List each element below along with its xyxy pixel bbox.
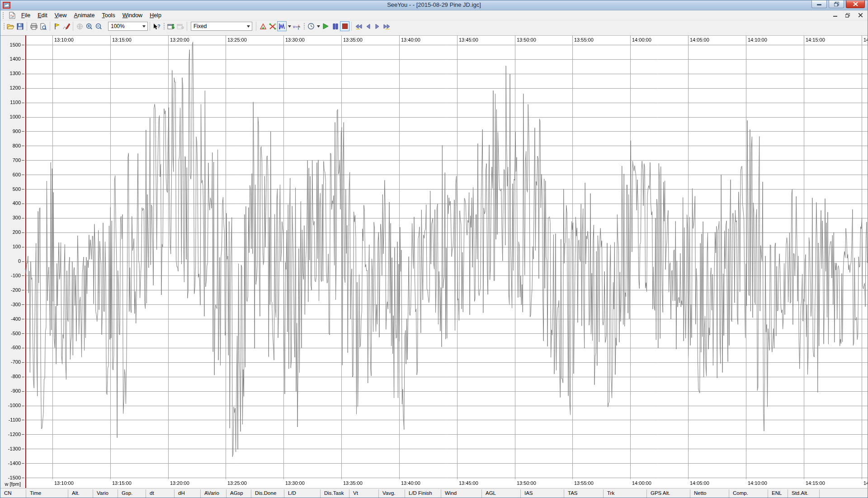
x-axis-label-bottom: 14:15:00 — [806, 480, 825, 486]
mdi-restore-button[interactable] — [844, 12, 851, 19]
menu-view[interactable]: View — [51, 11, 71, 20]
graph-scale-dropdown[interactable] — [245, 22, 252, 30]
close-icon — [853, 2, 858, 6]
x-axis-label-top: 14:00:00 — [632, 37, 651, 43]
mdi-restore-icon — [845, 13, 850, 18]
x-axis-label-top: 13:20:00 — [170, 37, 189, 43]
print-preview-button[interactable] — [38, 21, 48, 31]
status-cell-vt: Vt — [349, 489, 379, 498]
previous-fix-button[interactable] — [363, 21, 373, 31]
graph-view-dropdown[interactable] — [287, 21, 292, 31]
graph-view-button[interactable] — [277, 21, 287, 31]
y-axis-label: 0 — [0, 258, 21, 264]
x-axis-label-bottom: 13:40:00 — [401, 480, 420, 486]
y-axis-label: -500 — [0, 331, 21, 337]
toolbar-separator — [50, 22, 50, 31]
print-icon — [30, 23, 38, 30]
save-button[interactable] — [15, 21, 25, 31]
zoom-out-button[interactable] — [94, 21, 104, 31]
x-axis-label-bottom: 13:25:00 — [227, 480, 247, 486]
route-button[interactable] — [258, 21, 268, 31]
y-axis-label: 700 — [0, 157, 21, 163]
status-cell-agl: AGL — [482, 489, 521, 498]
last-fix-icon — [383, 24, 391, 29]
status-cell-agsp: AGsp — [226, 489, 251, 498]
show-desktop-2-button[interactable] — [175, 21, 185, 31]
status-cell-gsp-: Gsp. — [118, 489, 146, 498]
menu-tools[interactable]: Tools — [98, 11, 118, 20]
x-axis-label-top: 13:35:00 — [343, 37, 363, 43]
play-button[interactable] — [321, 21, 330, 31]
mdi-close-button[interactable] — [857, 12, 864, 19]
y-axis-label: 200 — [0, 229, 21, 235]
flag-button[interactable] — [52, 21, 61, 31]
y-axis-label: 500 — [0, 186, 21, 192]
menu-edit[interactable]: Edit — [34, 11, 51, 20]
help-pointer-button[interactable]: ? — [152, 21, 161, 31]
edit-pencil-button[interactable] — [61, 21, 71, 31]
route-icon — [259, 23, 267, 30]
y-axis-label: 1300 — [0, 71, 21, 76]
status-cell-netto: Netto — [690, 489, 729, 498]
stop-button[interactable] — [340, 21, 349, 31]
status-cell-alt-: Alt. — [68, 489, 93, 498]
y-axis-label: 1200 — [0, 85, 21, 91]
x-axis-label-bottom: 13:20:00 — [170, 480, 189, 486]
status-cell-vario: Vario — [93, 489, 118, 498]
pause-button[interactable] — [330, 21, 340, 31]
show-desktop-button[interactable] — [166, 21, 175, 31]
x-axis-label-top: 13:10:00 — [54, 37, 74, 43]
restore-button[interactable] — [829, 0, 844, 8]
menu-help[interactable]: Help — [146, 11, 165, 20]
mdi-minimize-button[interactable] — [831, 12, 839, 19]
animation-clock-button[interactable] — [306, 21, 316, 31]
y-axis-label: -600 — [0, 345, 21, 351]
menu-window[interactable]: Window — [119, 11, 146, 20]
toolbar-grip — [303, 22, 305, 30]
stop-icon — [342, 24, 348, 29]
globe-button[interactable] — [75, 21, 85, 31]
x-axis-label-bottom: 13:45:00 — [459, 480, 478, 486]
last-fix-button[interactable] — [382, 21, 392, 31]
status-cell-gps-alt-: GPS Alt. — [647, 489, 690, 498]
menu-bar: FileEditViewAnimateToolsWindowHelp — [0, 10, 868, 20]
x-axis-label-top: 13:15:00 — [112, 37, 132, 43]
x-axis-label-bottom: 13:10:00 — [54, 480, 74, 486]
x-axis-label-bottom: 13:15:00 — [112, 480, 132, 486]
x-axis-label-bottom: 13:35:00 — [343, 480, 363, 486]
first-fix-button[interactable] — [354, 21, 363, 31]
open-button[interactable] — [6, 21, 15, 31]
animation-clock-dropdown[interactable] — [316, 21, 321, 31]
zoom-level-combo[interactable]: 100% — [108, 22, 148, 31]
status-cell-dis-task: Dis.Task — [321, 489, 349, 498]
status-cell-enl: ENL — [768, 489, 788, 498]
y-axis-label: 1500 — [0, 42, 21, 48]
zoom-combo-dropdown[interactable] — [140, 22, 147, 30]
y-axis-label: -1200 — [0, 432, 21, 437]
task-icon — [269, 23, 276, 30]
close-button[interactable] — [846, 0, 865, 8]
minimize-button[interactable] — [811, 0, 827, 8]
y-axis-label: -1500 — [0, 475, 21, 481]
status-bar: CNTimeAlt.VarioGsp.dtdHAVarioAGspDis.Don… — [0, 488, 868, 498]
menu-animate[interactable]: Animate — [71, 11, 99, 20]
show-desktop-2-icon — [177, 23, 184, 30]
y-axis-label: -400 — [0, 316, 21, 322]
task-button[interactable] — [268, 21, 277, 31]
status-cell-comp-: Comp. — [729, 489, 768, 498]
chevron-down-icon — [317, 25, 320, 28]
statistics-button[interactable]: v= s t — [292, 21, 302, 31]
next-fix-button[interactable] — [373, 21, 382, 31]
zoom-in-button[interactable] — [85, 21, 94, 31]
status-cell-l-d-finish: L/D Finish — [405, 489, 441, 498]
next-fix-icon — [375, 24, 380, 29]
vario-trace-canvas[interactable] — [0, 32, 868, 488]
print-button[interactable] — [29, 21, 38, 31]
graph-scale-combo[interactable]: Fixed — [191, 22, 252, 31]
statistics-icon: v= s t — [293, 23, 301, 30]
menu-file[interactable]: File — [18, 11, 34, 20]
y-axis-label: 900 — [0, 128, 21, 134]
vario-axis-unit-label: w [fpm] — [0, 481, 21, 487]
x-axis-label-top: 14:10:00 — [748, 37, 767, 43]
window-title: SeeYou - - [2015-08-29 Pine JD.igc] — [0, 1, 868, 8]
